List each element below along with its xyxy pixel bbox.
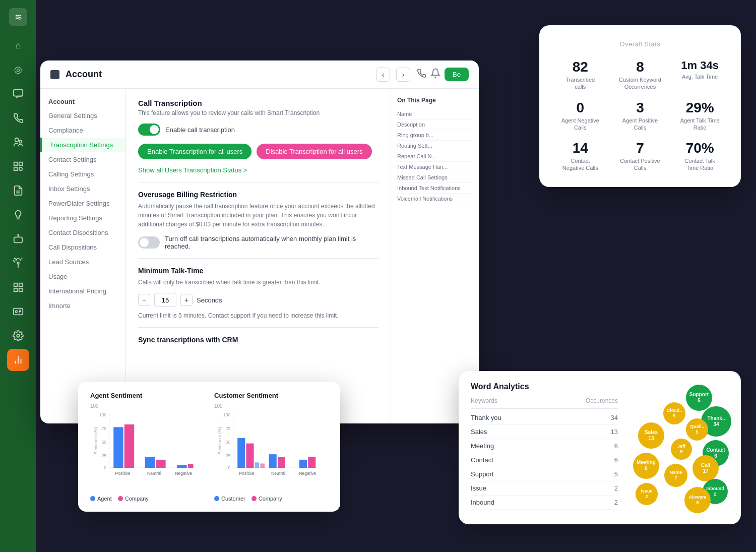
svg-rect-38 — [188, 464, 194, 468]
nav-item-compliance[interactable]: Compliance — [40, 123, 125, 138]
svg-text:Positive: Positive — [115, 471, 130, 476]
stat-agent-pos: 3 Agent PositiveCalls — [613, 101, 667, 132]
stat-contact-pos-value: 7 — [613, 141, 667, 155]
overusage-toggle[interactable] — [138, 236, 160, 249]
nav-item-general[interactable]: General Settings — [40, 108, 125, 123]
sidebar-logo[interactable]: ≋ — [7, 6, 29, 28]
word-row-thankyou: Thank you 34 — [471, 411, 618, 425]
nav-item-calling[interactable]: Calling Settings — [40, 167, 125, 181]
sidebar-icon-chat[interactable] — [7, 83, 29, 105]
stepper-input[interactable] — [154, 293, 176, 307]
transcription-btn-row: Enable Transcription for all users Disab… — [138, 144, 379, 159]
nav-item-usage[interactable]: Usage — [40, 269, 125, 284]
stepper-row: − + Seconds — [138, 293, 379, 307]
page-link-routing[interactable]: Routing Sett... — [397, 141, 473, 151]
svg-rect-50 — [237, 438, 245, 468]
svg-point-20 — [16, 311, 18, 313]
stat-avg-talk: 1m 34s Avg. Talk Time — [673, 60, 727, 91]
page-link-text[interactable]: Text Message Han... — [397, 162, 473, 172]
enable-transcription-toggle[interactable] — [138, 124, 160, 136]
nav-forward-button[interactable]: › — [396, 68, 410, 82]
company-legend-label: Company — [125, 496, 149, 502]
nav-item-powerdialer[interactable]: PowerDialer Settings — [40, 196, 125, 211]
stepper-note: Current limit is 5 minutes. Contact supp… — [138, 312, 379, 319]
window-header: Account ‹ › Bo — [40, 60, 479, 89]
word-keyword-support: Support — [471, 470, 494, 478]
on-this-page-label: On This Page — [397, 97, 473, 104]
nav-item-lead-sources[interactable]: Lead Sources — [40, 255, 125, 269]
nav-back-button[interactable]: ‹ — [376, 68, 390, 82]
page-link-name[interactable]: Name — [397, 109, 473, 119]
enable-all-btn[interactable]: Enable Transcription for all users — [138, 144, 251, 159]
bell-header-icon[interactable] — [430, 68, 440, 81]
sidebar-icon-analytics[interactable] — [7, 349, 29, 371]
word-row-contact: Contact 6 — [471, 453, 618, 467]
nav-item-reporting[interactable]: Reporting Settings — [40, 211, 125, 225]
sidebar-icon-reports[interactable] — [7, 179, 29, 202]
sidebar-icon-gear[interactable] — [7, 325, 29, 347]
nav-item-contact-disp[interactable]: Contact Dispositions — [40, 225, 125, 240]
content-area: Call Transcription This feature allows y… — [126, 89, 391, 423]
stat-contact-neg-label: ContactNegative Calls — [553, 157, 607, 172]
agent-legend: Agent Company — [90, 496, 204, 502]
svg-rect-17 — [14, 288, 17, 291]
sidebar-icon-idcard[interactable] — [7, 300, 29, 323]
svg-rect-52 — [255, 462, 260, 468]
bubble-issue: Issue2 — [636, 483, 658, 505]
disable-all-btn[interactable]: Disable Transcription for all users — [257, 144, 371, 159]
svg-text:Negative: Negative — [299, 471, 316, 476]
page-link-repeat[interactable]: Repeat Call N... — [397, 151, 473, 162]
svg-rect-55 — [278, 457, 285, 468]
sidebar-icon-phone[interactable] — [7, 107, 29, 129]
sidebar-icon-bot[interactable] — [7, 228, 29, 250]
sidebar-icon-home[interactable]: ⌂ — [7, 34, 29, 56]
svg-rect-34 — [124, 424, 134, 468]
sidebar-icon-bulb[interactable] — [7, 204, 29, 226]
bubble-aloware: Aloware8 — [684, 487, 711, 513]
customer-legend-customer: Customer — [214, 496, 245, 502]
nav-item-transcription[interactable]: Transcription Settings — [40, 138, 125, 152]
svg-text:0: 0 — [104, 465, 106, 470]
svg-text:Positive: Positive — [239, 471, 254, 476]
sidebar-icon-dashboard[interactable]: ◎ — [7, 58, 29, 81]
customer-legend-label: Customer — [221, 496, 245, 502]
sentiment-inner: Agent Sentiment 100 100 75 50 25 0 Senti… — [90, 392, 328, 502]
stepper-minus[interactable]: − — [138, 294, 150, 306]
company-dot — [118, 496, 123, 501]
nav-item-call-disp[interactable]: Call Dispositions — [40, 240, 125, 255]
stepper-plus[interactable]: + — [180, 294, 193, 306]
nav-item-imnorte[interactable]: Imnorte — [40, 298, 125, 313]
bubble-name: Name7 — [664, 464, 687, 487]
stats-title: Overall Stats — [553, 40, 727, 48]
stat-contact-pos: 7 Contact PositiveCalls — [613, 141, 667, 172]
stat-contact-pos-label: Contact PositiveCalls — [613, 157, 667, 172]
word-keyword-contact: Contact — [471, 456, 493, 464]
word-count-inbound: 2 — [614, 499, 618, 506]
sidebar-icon-contacts[interactable] — [7, 131, 29, 153]
agent-sentiment-title: Agent Sentiment — [90, 392, 204, 399]
word-row-sales: Sales 13 — [471, 425, 618, 439]
page-link-voicemail[interactable]: Voicemail Notifications — [397, 194, 473, 204]
word-keyword-meeting: Meeting — [471, 442, 494, 450]
svg-rect-57 — [308, 457, 316, 468]
svg-rect-36 — [156, 460, 165, 468]
phone-header-icon[interactable] — [416, 68, 426, 81]
word-card: Word Analytics Keywords Occurences Thank… — [459, 371, 741, 524]
overusage-desc: Automatically pause the call transcripti… — [138, 202, 379, 229]
page-link-inbound-text[interactable]: Inbound Text Notifications — [397, 183, 473, 194]
stat-transcribed-label: Transcribedcalls — [553, 76, 607, 91]
page-link-missed[interactable]: Missed Call Settings — [397, 172, 473, 183]
agent-legend-agent: Agent — [90, 496, 112, 502]
sidebar-icon-grid[interactable] — [7, 276, 29, 298]
page-link-desc[interactable]: Description — [397, 119, 473, 130]
show-users-link[interactable]: Show all Users Transcription Status > — [138, 166, 379, 174]
svg-rect-2 — [14, 90, 23, 96]
enable-transcription-toggle-row: Enable call transcription — [138, 124, 379, 136]
sidebar-icon-integrations[interactable] — [7, 155, 29, 177]
bo-button[interactable]: Bo — [445, 68, 469, 81]
sidebar-icon-signal[interactable] — [7, 252, 29, 274]
page-link-ring[interactable]: Ring group b... — [397, 130, 473, 141]
nav-item-intl-pricing[interactable]: International Pricing — [40, 284, 125, 298]
nav-item-inbox[interactable]: Inbox Settings — [40, 181, 125, 196]
nav-item-contact[interactable]: Contact Settings — [40, 152, 125, 167]
